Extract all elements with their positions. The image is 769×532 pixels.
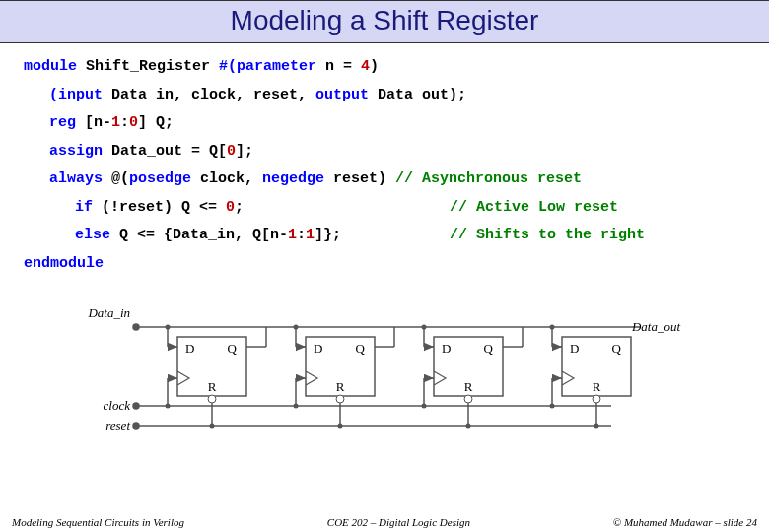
code-line-4: assign Data_out = Q[0];: [24, 138, 745, 166]
svg-point-3: [133, 324, 139, 330]
kw-if: if: [75, 199, 93, 216]
svg-point-48: [466, 424, 471, 429]
kw-endmodule: endmodule: [24, 255, 104, 272]
svg-point-27: [294, 325, 299, 330]
kw-input: (input: [49, 87, 103, 103]
svg-text:Q: Q: [484, 341, 494, 356]
svg-point-4: [133, 403, 139, 409]
svg-text:R: R: [593, 379, 601, 394]
svg-point-45: [422, 404, 427, 409]
footer-center: COE 202 – Digital Logic Design: [327, 516, 470, 528]
kw-assign: assign: [49, 143, 103, 160]
kw-output: output: [315, 87, 369, 103]
title-bar: Modeling a Shift Register: [0, 0, 769, 43]
kw-posedge: posedge: [129, 170, 191, 187]
svg-text:D: D: [442, 341, 451, 356]
svg-point-25: [336, 395, 344, 403]
svg-text:D: D: [570, 341, 579, 356]
svg-point-15: [166, 404, 171, 409]
kw-parameter: #(parameter: [219, 58, 316, 75]
comment-shifts: // Shifts to the right: [450, 222, 645, 250]
svg-text:Q: Q: [612, 341, 622, 356]
svg-text:R: R: [464, 379, 473, 394]
svg-point-60: [550, 404, 555, 409]
flipflop-2: D Q R: [422, 325, 524, 429]
svg-point-40: [464, 395, 472, 403]
shift-register-diagram: Data_in clock reset Data_out D Q R D Q R: [0, 282, 769, 449]
svg-point-30: [294, 404, 299, 409]
code-line-7: else Q <= {Data_in, Q[n-1:1]};// Shifts …: [24, 222, 745, 250]
svg-text:Q: Q: [356, 341, 366, 356]
kw-negedge: negedge: [262, 170, 324, 187]
comment-active-low: // Active Low reset: [450, 194, 618, 223]
footer-left: Modeling Sequential Circuits in Verilog: [12, 516, 184, 528]
svg-point-42: [422, 325, 427, 330]
circuit-svg: Data_in clock reset Data_out D Q R D Q R: [79, 288, 690, 445]
code-line-8: endmodule: [24, 250, 745, 279]
svg-point-63: [594, 424, 599, 429]
svg-point-12: [166, 325, 171, 330]
svg-point-57: [550, 325, 555, 330]
kw-else: else: [75, 227, 110, 243]
svg-text:R: R: [208, 379, 217, 394]
code-line-6: if (!reset) Q <= 0;// Active Low reset: [24, 194, 745, 223]
code-line-1: module Shift_Register #(parameter n = 4): [24, 53, 745, 82]
svg-text:D: D: [314, 341, 322, 356]
label-reset: reset: [105, 418, 130, 432]
label-clock: clock: [104, 398, 131, 413]
svg-text:R: R: [336, 379, 345, 394]
kw-reg: reg: [49, 114, 76, 131]
svg-text:Q: Q: [228, 341, 238, 356]
svg-point-5: [133, 423, 139, 429]
svg-point-55: [593, 395, 600, 403]
label-data-out: Data_out: [631, 319, 681, 334]
flipflop-1: D Q R: [294, 325, 395, 429]
svg-text:D: D: [185, 341, 194, 356]
verilog-code: module Shift_Register #(parameter n = 4)…: [0, 43, 769, 282]
footer-right: © Muhamed Mudawar – slide 24: [613, 516, 757, 528]
flipflop-3: D Q R: [550, 325, 632, 429]
flipflop-0: D Q R: [166, 325, 267, 429]
code-line-3: reg [n-1:0] Q;: [24, 109, 745, 138]
slide-footer: Modeling Sequential Circuits in Verilog …: [0, 516, 769, 528]
kw-always: always: [49, 170, 103, 187]
kw-module: module: [24, 58, 77, 75]
code-line-2: (input Data_in, clock, reset, output Dat…: [24, 82, 745, 110]
svg-point-33: [338, 424, 343, 429]
svg-point-18: [210, 424, 215, 429]
label-data-in: Data_in: [87, 305, 130, 320]
svg-point-10: [208, 395, 216, 403]
slide-title: Modeling a Shift Register: [0, 5, 769, 36]
comment-async: // Asynchronous reset: [395, 170, 582, 187]
code-line-5: always @(posedge clock, negedge reset) /…: [24, 166, 745, 194]
